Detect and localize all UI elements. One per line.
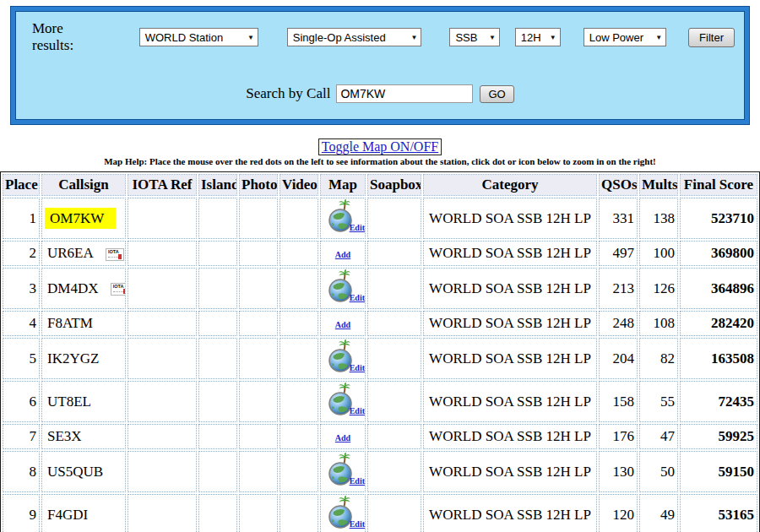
map-globe-wrap: Edit — [326, 199, 360, 233]
iota-flag-label: IOTA — [108, 250, 119, 254]
map-cell: Edit — [320, 268, 366, 309]
iota-ref-cell — [128, 338, 197, 379]
table-row: 5IK2YGZ EditWORLD SOA SSB 12H LP20482163… — [3, 338, 757, 379]
mults-cell: 138 — [639, 198, 678, 239]
mode-filter-select[interactable]: SSB ▼ — [449, 28, 499, 46]
callsign-text-highlighted: OM7KW — [45, 208, 116, 229]
mults-cell: 108 — [639, 311, 678, 336]
hours-filter-select[interactable]: 12H ▼ — [515, 28, 561, 46]
power-filter-value: Low Power — [589, 31, 643, 44]
qsos-cell: 158 — [599, 381, 638, 422]
filter-button[interactable]: Filter — [688, 28, 735, 47]
go-button[interactable]: GO — [480, 85, 513, 103]
edit-map-link[interactable]: Edit — [350, 519, 365, 529]
toggle-map-link[interactable]: Toggle Map ON/OFF — [318, 138, 442, 155]
table-row: 1OM7KW IOTA EditWORLD SOA SSB 12H LP3311… — [3, 198, 757, 239]
search-call-input[interactable] — [336, 84, 473, 103]
callsign-cell: F4GDI — [41, 494, 126, 532]
island-cell — [198, 494, 237, 532]
map-globe-wrap: Edit — [326, 383, 360, 416]
island-cell — [198, 451, 237, 492]
table-row: 4F8ATMAddWORLD SOA SSB 12H LP24810828242… — [3, 311, 757, 336]
category-cell: WORLD SOA SSB 12H LP — [423, 424, 597, 449]
qsos-cell: 331 — [599, 198, 638, 239]
edit-map-link[interactable]: Edit — [350, 223, 365, 232]
callsign-text: UR6EA — [45, 244, 96, 262]
place-cell: 5 — [3, 338, 40, 379]
operator-class-filter-select[interactable]: Single-Op Assisted ▼ — [287, 28, 422, 46]
edit-map-link[interactable]: Edit — [350, 293, 365, 302]
soapbox-cell — [367, 268, 421, 309]
final-score-cell: 364896 — [680, 268, 757, 309]
table-row: 7SE3XAddWORLD SOA SSB 12H LP1764759925 — [3, 424, 757, 449]
iota-ref-cell — [128, 381, 197, 422]
video-cell — [280, 451, 318, 492]
video-cell — [280, 268, 318, 309]
category-cell: WORLD SOA SSB 12H LP — [423, 268, 597, 309]
power-filter-select[interactable]: Low Power ▼ — [584, 28, 666, 46]
category-cell: WORLD SOA SSB 12H LP — [423, 451, 597, 492]
map-globe-wrap: Edit — [326, 339, 360, 373]
category-cell: WORLD SOA SSB 12H LP — [423, 241, 597, 266]
chevron-down-icon: ▼ — [489, 35, 496, 41]
edit-map-link[interactable]: Edit — [350, 476, 365, 486]
island-cell — [198, 198, 237, 239]
soapbox-cell — [367, 198, 421, 239]
photo-cell — [239, 424, 278, 449]
video-cell — [280, 198, 318, 239]
video-cell — [280, 381, 318, 422]
category-cell: WORLD SOA SSB 12H LP — [423, 381, 597, 422]
filter-bar: More results: WORLD Station ▼ Single-Op … — [11, 7, 749, 124]
callsign-cell: UT8EL — [41, 381, 126, 422]
chevron-down-icon: ▼ — [247, 35, 254, 41]
station-filter-select[interactable]: WORLD Station ▼ — [139, 28, 258, 46]
mode-filter-value: SSB — [455, 31, 477, 44]
operator-class-filter-value: Single-Op Assisted — [293, 31, 386, 44]
edit-map-link[interactable]: Edit — [350, 363, 365, 372]
iota-flag-icon: IOTA — [106, 248, 124, 261]
add-map-link[interactable]: Add — [335, 320, 350, 329]
iota-ref-cell — [128, 198, 197, 239]
callsign-cell: IK2YGZ — [41, 338, 126, 379]
add-map-link[interactable]: Add — [335, 433, 350, 442]
qsos-cell: 120 — [599, 494, 638, 532]
iota-ref-cell — [128, 241, 197, 266]
island-cell — [198, 381, 237, 422]
table-row: 9F4GDI EditWORLD SOA SSB 12H LP120495316… — [3, 494, 757, 532]
mults-cell: 49 — [639, 494, 678, 532]
column-header-final-score: Final Score — [680, 174, 757, 196]
map-globe-wrap: Edit — [326, 453, 360, 486]
column-header-qsos: QSOs — [599, 174, 638, 196]
column-header-photo: Photo — [239, 174, 278, 196]
map-cell: Edit — [320, 198, 366, 239]
place-cell: 2 — [3, 241, 40, 266]
video-cell — [280, 424, 318, 449]
map-cell: Add — [320, 424, 366, 449]
column-header-map: Map — [320, 174, 366, 196]
callsign-cell: DM4DX IOTA — [41, 268, 126, 309]
iota-flag-icon: IOTA — [111, 283, 126, 296]
final-score-cell: 59150 — [680, 451, 757, 492]
callsign-cell: UR6EA IOTA — [41, 241, 126, 266]
table-row: 6UT8EL EditWORLD SOA SSB 12H LP158557243… — [3, 381, 757, 422]
place-cell: 8 — [3, 451, 40, 492]
place-cell: 9 — [3, 494, 40, 532]
callsign-cell: US5QUB — [41, 451, 126, 492]
add-map-link[interactable]: Add — [335, 250, 350, 259]
island-cell — [198, 338, 237, 379]
soapbox-cell — [367, 311, 421, 336]
chevron-down-icon: ▼ — [655, 35, 662, 41]
video-cell — [280, 311, 318, 336]
search-by-call-label: Search by Call — [246, 85, 330, 102]
photo-cell — [239, 241, 278, 266]
callsign-cell: OM7KW IOTA — [41, 198, 126, 239]
island-cell — [198, 311, 237, 336]
photo-cell — [239, 311, 278, 336]
final-score-cell: 282420 — [680, 311, 757, 336]
edit-map-link[interactable]: Edit — [350, 406, 365, 415]
search-row: Search by Call GO — [15, 84, 745, 103]
callsign-text: F8ATM — [45, 314, 95, 332]
map-globe-wrap: Edit — [326, 269, 360, 303]
station-filter-value: WORLD Station — [145, 31, 223, 44]
column-header-video: Video — [280, 174, 318, 196]
